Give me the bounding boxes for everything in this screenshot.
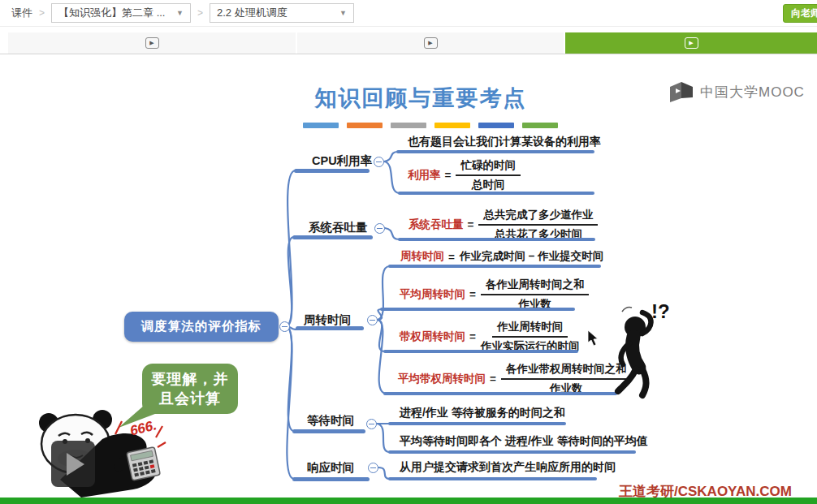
video-segment-2[interactable]: ▶ xyxy=(297,32,564,54)
formula-expression: 作业完成时间 − 作业提交时间 xyxy=(460,249,603,264)
item-underline xyxy=(398,192,594,195)
topic-underline xyxy=(294,169,370,173)
breadcrumb-root[interactable]: 课件 xyxy=(11,6,32,20)
topic-system-throughput[interactable]: 系统吞吐量 xyxy=(309,220,368,235)
cpu-note: 也有题目会让我们计算某设备的利用率 xyxy=(408,135,601,149)
formula-label: 系统吞吐量 xyxy=(408,218,464,232)
equals-sign: = xyxy=(448,251,455,263)
collapse-icon[interactable] xyxy=(374,223,385,234)
topic-underline xyxy=(292,235,373,239)
turnaround-inline-formula: 周转时间 = 作业完成时间 − 作业提交时间 xyxy=(400,249,603,264)
avg-turnaround-formula: 平均周转时间 = 各作业周转时间之和 作业数 xyxy=(400,277,589,312)
video-frame: 知识回顾与重要考点 中国大学MOOC xyxy=(0,54,817,498)
formula-label: 平均带权周转时间 xyxy=(398,372,486,386)
chapter-dropdown-label: 【知识强化】第二章 ... xyxy=(58,6,165,20)
title-accent-bars xyxy=(303,123,558,128)
item-underline xyxy=(388,422,566,425)
chevron-right-icon: > xyxy=(39,7,45,19)
weighted-turnaround-formula: 带权周转时间 = 作业周转时间 作业实际运行的时间 xyxy=(400,319,579,354)
formula-label: 带权周转时间 xyxy=(400,330,465,344)
item-underline xyxy=(398,238,595,241)
accent-bar xyxy=(522,123,558,128)
waiting-note-1: 进程/作业 等待被服务的时间之和 xyxy=(400,406,565,420)
chevron-right-icon: > xyxy=(197,7,203,19)
equals-sign: = xyxy=(490,373,496,385)
accent-bar xyxy=(434,123,470,128)
collapse-icon[interactable] xyxy=(366,419,377,429)
formula-numerator: 作业周转时间 xyxy=(492,319,568,338)
topic-underline xyxy=(296,326,364,330)
equals-sign: = xyxy=(469,288,476,300)
chapter-dropdown[interactable]: 【知识强化】第二章 ... ▼ xyxy=(51,3,191,23)
video-progress-bar[interactable] xyxy=(0,498,817,504)
video-progress-fill xyxy=(0,498,817,504)
caret-down-icon: ▼ xyxy=(176,9,184,17)
confused-stickman-figure: !? xyxy=(601,300,686,399)
mooc-logo: 中国大学MOOC xyxy=(669,81,805,103)
item-underline xyxy=(388,450,636,454)
topic-underline xyxy=(292,477,370,481)
formula-label: 周转时间 xyxy=(400,249,444,264)
breadcrumb-bar: 课件 > 【知识强化】第二章 ... ▼ > 2.2 处理机调度 ▼ 向老师提问 xyxy=(0,0,817,27)
section-dropdown-label: 2.2 处理机调度 xyxy=(217,6,287,20)
play-icon: ▶ xyxy=(424,37,438,49)
topic-response-time[interactable]: 响应时间 xyxy=(307,460,354,476)
play-icon: ▶ xyxy=(145,37,159,49)
formula-label: 利用率 xyxy=(408,168,441,183)
topic-cpu-utilization[interactable]: CPU利用率 xyxy=(312,153,372,169)
ask-teacher-button[interactable]: 向老师提问 xyxy=(783,4,817,23)
topic-underline xyxy=(292,429,365,433)
item-underline xyxy=(383,350,578,353)
mooc-player-page: 课件 > 【知识强化】第二章 ... ▼ > 2.2 处理机调度 ▼ 向老师提问… xyxy=(0,0,817,504)
caret-down-icon: ▼ xyxy=(339,9,347,17)
formula-denominator: 总时间 xyxy=(472,176,505,193)
formula-numerator: 总共完成了多少道作业 xyxy=(478,207,598,226)
play-icon: ▶ xyxy=(685,37,698,49)
cpu-utilization-formula: 利用率 = 忙碌的时间 总时间 xyxy=(408,157,521,192)
video-segment-1[interactable]: ▶ xyxy=(8,32,296,54)
collapse-icon[interactable] xyxy=(279,321,290,332)
mooc-logo-icon xyxy=(669,81,695,103)
mooc-logo-text: 中国大学MOOC xyxy=(700,83,805,101)
avg-weighted-turnaround-formula: 平均带权周转时间 = 各作业带权周转时间之和 作业数 xyxy=(398,361,631,396)
throughput-formula: 系统吞吐量 = 总共完成了多少道作业 总共花了多少时间 xyxy=(408,207,598,242)
play-button-overlay[interactable] xyxy=(51,441,95,487)
formula-label: 平均周转时间 xyxy=(400,287,465,302)
slide-title: 知识回顾与重要考点 xyxy=(291,84,551,113)
equals-sign: = xyxy=(445,169,452,181)
accent-bar xyxy=(391,123,426,128)
topic-waiting-time[interactable]: 等待时间 xyxy=(307,413,354,429)
waiting-note-2: 平均等待时间即各个 进程/作业 等待时间的平均值 xyxy=(400,434,648,449)
item-underline xyxy=(388,265,601,268)
accent-bar xyxy=(347,123,383,128)
formula-numerator: 忙碌的时间 xyxy=(456,157,521,176)
item-underline xyxy=(383,392,617,395)
video-segment-bar: ▶ ▶ ▶ xyxy=(8,32,817,54)
collapse-icon[interactable] xyxy=(374,157,384,167)
accent-bar xyxy=(303,123,339,128)
item-underline xyxy=(380,308,575,311)
play-triangle-icon xyxy=(67,453,84,476)
mindmap-root-node[interactable]: 调度算法的评价指标 xyxy=(124,312,279,342)
speech-bubble-line: 要理解，并 xyxy=(152,369,229,389)
collapse-icon[interactable] xyxy=(367,315,378,325)
item-underline xyxy=(388,477,597,480)
item-underline xyxy=(396,150,594,153)
video-segment-3-current[interactable]: ▶ xyxy=(565,32,817,54)
section-dropdown[interactable]: 2.2 处理机调度 ▼ xyxy=(210,3,354,23)
formula-numerator: 各作业周转时间之和 xyxy=(481,277,590,295)
meme-666-text: 666. xyxy=(128,417,158,438)
equals-sign: = xyxy=(468,218,474,230)
mouse-cursor-icon xyxy=(587,330,600,347)
accent-bar xyxy=(478,123,514,128)
equals-sign: = xyxy=(469,330,476,342)
collapse-icon[interactable] xyxy=(368,463,378,473)
response-note: 从用户提交请求到首次产生响应所用的时间 xyxy=(400,460,616,475)
exclaim-question-text: !? xyxy=(651,300,670,322)
